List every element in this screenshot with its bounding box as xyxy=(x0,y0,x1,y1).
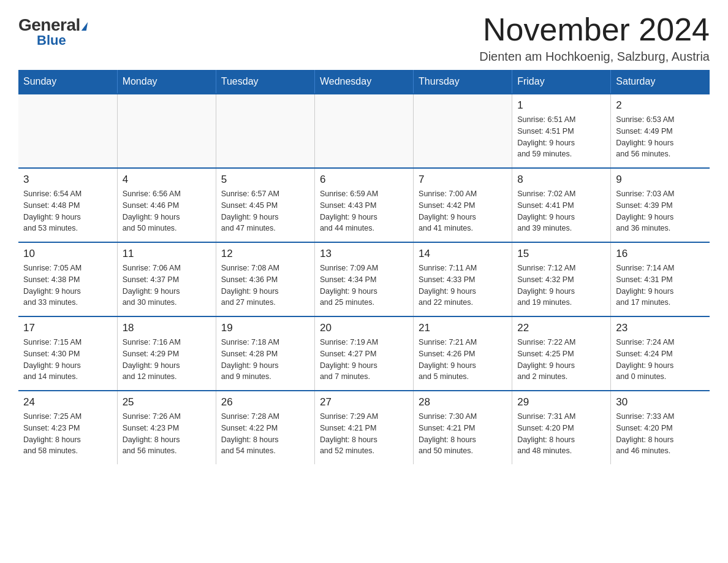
day-number: 27 xyxy=(320,396,408,408)
day-info: Sunrise: 7:03 AM Sunset: 4:39 PM Dayligh… xyxy=(616,188,705,234)
calendar-cell: 5Sunrise: 6:57 AM Sunset: 4:45 PM Daylig… xyxy=(216,168,314,242)
day-info: Sunrise: 7:31 AM Sunset: 4:20 PM Dayligh… xyxy=(517,411,605,457)
day-number: 6 xyxy=(320,174,408,186)
month-title: November 2024 xyxy=(479,12,710,47)
calendar-cell: 10Sunrise: 7:05 AM Sunset: 4:38 PM Dayli… xyxy=(18,242,117,316)
day-info: Sunrise: 7:08 AM Sunset: 4:36 PM Dayligh… xyxy=(221,262,309,308)
calendar-cell: 9Sunrise: 7:03 AM Sunset: 4:39 PM Daylig… xyxy=(611,168,710,242)
day-number: 22 xyxy=(517,322,605,334)
calendar-cell: 28Sunrise: 7:30 AM Sunset: 4:21 PM Dayli… xyxy=(414,391,512,464)
day-info: Sunrise: 7:25 AM Sunset: 4:23 PM Dayligh… xyxy=(23,411,112,457)
day-info: Sunrise: 7:28 AM Sunset: 4:22 PM Dayligh… xyxy=(221,411,309,457)
day-number: 28 xyxy=(419,396,507,408)
weekday-header-tuesday: Tuesday xyxy=(216,70,314,94)
day-number: 21 xyxy=(419,322,507,334)
calendar-cell xyxy=(216,94,314,168)
day-info: Sunrise: 7:06 AM Sunset: 4:37 PM Dayligh… xyxy=(123,262,211,308)
day-number: 16 xyxy=(616,248,705,260)
calendar-cell: 6Sunrise: 6:59 AM Sunset: 4:43 PM Daylig… xyxy=(314,168,413,242)
logo-blue-text: Blue xyxy=(18,33,66,48)
day-number: 17 xyxy=(23,322,112,334)
day-number: 23 xyxy=(616,322,705,334)
day-info: Sunrise: 6:59 AM Sunset: 4:43 PM Dayligh… xyxy=(320,188,408,234)
day-number: 9 xyxy=(616,174,705,186)
location-subtitle: Dienten am Hochkoenig, Salzburg, Austria xyxy=(479,50,710,64)
day-number: 24 xyxy=(23,396,112,408)
day-number: 5 xyxy=(221,174,309,186)
day-number: 10 xyxy=(23,248,112,260)
calendar-cell: 7Sunrise: 7:00 AM Sunset: 4:42 PM Daylig… xyxy=(414,168,512,242)
logo: General Blue xyxy=(18,12,87,48)
day-info: Sunrise: 7:16 AM Sunset: 4:29 PM Dayligh… xyxy=(123,337,211,383)
weekday-header-sunday: Sunday xyxy=(18,70,117,94)
calendar-cell: 20Sunrise: 7:19 AM Sunset: 4:27 PM Dayli… xyxy=(314,316,413,391)
calendar-cell: 24Sunrise: 7:25 AM Sunset: 4:23 PM Dayli… xyxy=(18,391,117,464)
calendar-cell: 1Sunrise: 6:51 AM Sunset: 4:51 PM Daylig… xyxy=(512,94,611,168)
day-info: Sunrise: 7:14 AM Sunset: 4:31 PM Dayligh… xyxy=(616,262,705,308)
calendar-cell: 2Sunrise: 6:53 AM Sunset: 4:49 PM Daylig… xyxy=(611,94,710,168)
day-number: 20 xyxy=(320,322,408,334)
weekday-header-thursday: Thursday xyxy=(414,70,512,94)
day-number: 11 xyxy=(123,248,211,260)
calendar-cell: 22Sunrise: 7:22 AM Sunset: 4:25 PM Dayli… xyxy=(512,316,611,391)
calendar-week-2: 3Sunrise: 6:54 AM Sunset: 4:48 PM Daylig… xyxy=(18,168,710,242)
day-number: 26 xyxy=(221,396,309,408)
day-info: Sunrise: 7:30 AM Sunset: 4:21 PM Dayligh… xyxy=(419,411,507,457)
calendar-cell: 19Sunrise: 7:18 AM Sunset: 4:28 PM Dayli… xyxy=(216,316,314,391)
day-number: 12 xyxy=(221,248,309,260)
calendar-cell: 26Sunrise: 7:28 AM Sunset: 4:22 PM Dayli… xyxy=(216,391,314,464)
calendar-cell xyxy=(117,94,216,168)
day-info: Sunrise: 7:29 AM Sunset: 4:21 PM Dayligh… xyxy=(320,411,408,457)
calendar-cell: 21Sunrise: 7:21 AM Sunset: 4:26 PM Dayli… xyxy=(414,316,512,391)
calendar-cell: 13Sunrise: 7:09 AM Sunset: 4:34 PM Dayli… xyxy=(314,242,413,316)
weekday-header-monday: Monday xyxy=(117,70,216,94)
day-info: Sunrise: 7:11 AM Sunset: 4:33 PM Dayligh… xyxy=(419,262,507,308)
day-info: Sunrise: 7:00 AM Sunset: 4:42 PM Dayligh… xyxy=(419,188,507,234)
day-number: 1 xyxy=(517,99,605,112)
weekday-header-row: SundayMondayTuesdayWednesdayThursdayFrid… xyxy=(18,70,710,94)
day-info: Sunrise: 7:12 AM Sunset: 4:32 PM Dayligh… xyxy=(517,262,605,308)
weekday-header-saturday: Saturday xyxy=(611,70,710,94)
calendar-week-3: 10Sunrise: 7:05 AM Sunset: 4:38 PM Dayli… xyxy=(18,242,710,316)
calendar-cell xyxy=(414,94,512,168)
weekday-header-wednesday: Wednesday xyxy=(314,70,413,94)
day-info: Sunrise: 7:21 AM Sunset: 4:26 PM Dayligh… xyxy=(419,337,507,383)
day-info: Sunrise: 7:26 AM Sunset: 4:23 PM Dayligh… xyxy=(123,411,211,457)
weekday-header-friday: Friday xyxy=(512,70,611,94)
calendar-cell: 15Sunrise: 7:12 AM Sunset: 4:32 PM Dayli… xyxy=(512,242,611,316)
day-number: 18 xyxy=(123,322,211,334)
day-info: Sunrise: 6:54 AM Sunset: 4:48 PM Dayligh… xyxy=(23,188,112,234)
day-info: Sunrise: 6:53 AM Sunset: 4:49 PM Dayligh… xyxy=(616,114,705,160)
day-info: Sunrise: 6:57 AM Sunset: 4:45 PM Dayligh… xyxy=(221,188,309,234)
calendar-cell: 4Sunrise: 6:56 AM Sunset: 4:46 PM Daylig… xyxy=(117,168,216,242)
day-info: Sunrise: 7:18 AM Sunset: 4:28 PM Dayligh… xyxy=(221,337,309,383)
day-number: 30 xyxy=(616,396,705,408)
calendar-cell: 23Sunrise: 7:24 AM Sunset: 4:24 PM Dayli… xyxy=(611,316,710,391)
day-info: Sunrise: 7:09 AM Sunset: 4:34 PM Dayligh… xyxy=(320,262,408,308)
day-info: Sunrise: 7:02 AM Sunset: 4:41 PM Dayligh… xyxy=(517,188,605,234)
day-number: 8 xyxy=(517,174,605,186)
day-number: 14 xyxy=(419,248,507,260)
calendar-cell xyxy=(314,94,413,168)
calendar-week-1: 1Sunrise: 6:51 AM Sunset: 4:51 PM Daylig… xyxy=(18,94,710,168)
day-number: 29 xyxy=(517,396,605,408)
calendar-cell: 29Sunrise: 7:31 AM Sunset: 4:20 PM Dayli… xyxy=(512,391,611,464)
calendar-cell: 14Sunrise: 7:11 AM Sunset: 4:33 PM Dayli… xyxy=(414,242,512,316)
day-info: Sunrise: 7:33 AM Sunset: 4:20 PM Dayligh… xyxy=(616,411,705,457)
day-info: Sunrise: 7:19 AM Sunset: 4:27 PM Dayligh… xyxy=(320,337,408,383)
page-header: General Blue November 2024 Dienten am Ho… xyxy=(18,12,710,64)
calendar-week-5: 24Sunrise: 7:25 AM Sunset: 4:23 PM Dayli… xyxy=(18,391,710,464)
day-number: 7 xyxy=(419,174,507,186)
day-info: Sunrise: 6:56 AM Sunset: 4:46 PM Dayligh… xyxy=(123,188,211,234)
day-info: Sunrise: 7:05 AM Sunset: 4:38 PM Dayligh… xyxy=(23,262,112,308)
calendar-week-4: 17Sunrise: 7:15 AM Sunset: 4:30 PM Dayli… xyxy=(18,316,710,391)
calendar-cell: 18Sunrise: 7:16 AM Sunset: 4:29 PM Dayli… xyxy=(117,316,216,391)
day-number: 19 xyxy=(221,322,309,334)
day-number: 13 xyxy=(320,248,408,260)
day-number: 3 xyxy=(23,174,112,186)
day-number: 4 xyxy=(123,174,211,186)
title-area: November 2024 Dienten am Hochkoenig, Sal… xyxy=(479,12,710,64)
day-info: Sunrise: 7:24 AM Sunset: 4:24 PM Dayligh… xyxy=(616,337,705,383)
calendar-table: SundayMondayTuesdayWednesdayThursdayFrid… xyxy=(18,70,710,464)
calendar-cell: 27Sunrise: 7:29 AM Sunset: 4:21 PM Dayli… xyxy=(314,391,413,464)
